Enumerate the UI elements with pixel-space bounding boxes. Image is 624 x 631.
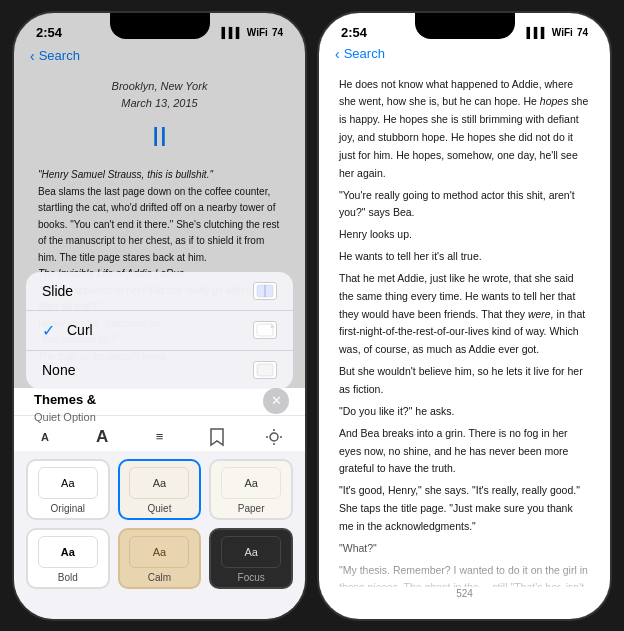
time-right: 2:54 <box>341 25 367 40</box>
paper-preview: Aa <box>221 467 281 499</box>
calm-label: Calm <box>148 572 171 583</box>
theme-quiet[interactable]: Aa Quiet <box>118 459 202 520</box>
font-small-button[interactable]: A <box>30 422 60 452</box>
theme-paper[interactable]: Aa Paper <box>209 459 293 520</box>
focus-preview: Aa <box>221 536 281 568</box>
bookmark-button[interactable] <box>202 422 232 452</box>
curl-label: Curl <box>67 322 93 338</box>
theme-bold[interactable]: Aa Bold <box>26 528 110 589</box>
theme-focus[interactable]: Aa Focus <box>209 528 293 589</box>
curl-label-group: ✓ Curl <box>42 321 93 340</box>
svg-rect-3 <box>257 364 273 376</box>
left-screen: 2:54 ▌▌▌ WiFi 74 ‹ Search Brooklyn, New … <box>14 13 305 619</box>
transition-panel: Slide ✓ Curl N <box>26 272 293 389</box>
bold-preview: Aa <box>38 536 98 568</box>
nav-bar-right[interactable]: ‹ Search <box>319 44 610 66</box>
wifi-icon-right: WiFi <box>552 27 573 38</box>
fade-bottom <box>319 529 610 589</box>
checkmark-icon: ✓ <box>42 321 55 340</box>
quiet-preview: Aa <box>129 467 189 499</box>
paper-label: Paper <box>238 503 265 514</box>
slide-label-group: Slide <box>42 283 73 299</box>
bookmark-icon <box>208 427 226 447</box>
themes-label-text: Themes & <box>34 392 96 407</box>
themes-section-label: Themes & <box>34 392 96 407</box>
right-phone: 2:54 ▌▌▌ WiFi 74 ‹ Search He does not kn… <box>317 11 612 621</box>
status-bar-right: 2:54 ▌▌▌ WiFi 74 <box>319 13 610 44</box>
list-icon: ≡ <box>156 429 164 444</box>
theme-calm[interactable]: Aa Calm <box>118 528 202 589</box>
none-icon <box>253 361 277 379</box>
left-phone: 2:54 ▌▌▌ WiFi 74 ‹ Search Brooklyn, New … <box>12 11 307 621</box>
themes-grid: Aa Original Aa Quiet Aa Paper Aa Bold Aa <box>14 451 305 619</box>
right-reading-content: He does not know what happened to Addie,… <box>319 66 610 587</box>
calm-preview: Aa <box>129 536 189 568</box>
quiet-label: Quiet <box>148 503 172 514</box>
svg-rect-2 <box>257 324 273 336</box>
list-view-button[interactable]: ≡ <box>145 422 175 452</box>
page-number: 524 <box>456 588 473 599</box>
back-label-right[interactable]: Search <box>344 46 385 61</box>
curl-icon <box>253 321 277 339</box>
battery-icon-right: 74 <box>577 27 588 38</box>
theme-original[interactable]: Aa Original <box>26 459 110 520</box>
status-icons-right: ▌▌▌ WiFi 74 <box>527 27 588 38</box>
svg-point-4 <box>270 433 278 441</box>
brightness-icon <box>265 428 283 446</box>
brightness-button[interactable] <box>259 422 289 452</box>
none-label: None <box>42 362 75 378</box>
original-preview: Aa <box>38 467 98 499</box>
original-label: Original <box>51 503 85 514</box>
close-button[interactable]: ✕ <box>263 388 289 414</box>
signal-icon-right: ▌▌▌ <box>527 27 548 38</box>
slide-icon <box>253 282 277 300</box>
transition-none[interactable]: None <box>26 351 293 389</box>
back-chevron-right: ‹ <box>335 46 340 62</box>
right-screen: 2:54 ▌▌▌ WiFi 74 ‹ Search He does not kn… <box>319 13 610 619</box>
font-large-button[interactable]: A <box>87 422 117 452</box>
bold-label: Bold <box>58 572 78 583</box>
transition-slide[interactable]: Slide <box>26 272 293 311</box>
focus-label: Focus <box>238 572 265 583</box>
slide-label: Slide <box>42 283 73 299</box>
transition-curl[interactable]: ✓ Curl <box>26 311 293 351</box>
none-label-group: None <box>42 362 75 378</box>
